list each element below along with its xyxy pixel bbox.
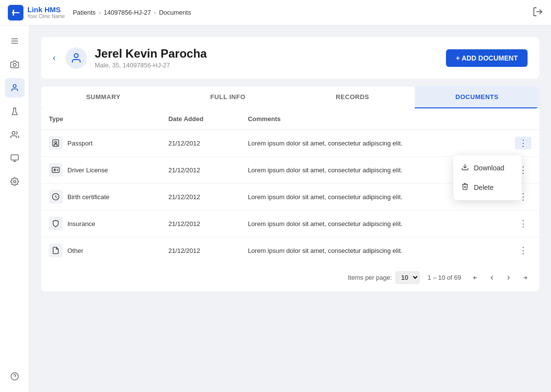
svg-rect-20 — [52, 167, 60, 173]
row-actions-cell: ⋮ — [507, 210, 539, 237]
row-date-cell: 21/12/2012 — [161, 184, 240, 210]
logo-sub: Your Clinic Name — [27, 14, 65, 19]
row-comment-cell: Lorem ipsum dolor sit amet, consectetur … — [240, 210, 507, 237]
row-date-cell: 21/12/2012 — [161, 210, 240, 237]
back-button[interactable]: ‹ — [53, 53, 56, 63]
delete-label: Delete — [474, 184, 493, 191]
row-more-button[interactable]: ⋮ — [515, 137, 531, 149]
last-page-button[interactable] — [519, 272, 531, 283]
table-row: Passport 21/12/2012 Lorem ipsum dolor si… — [41, 130, 539, 157]
context-menu-download[interactable]: Download — [453, 158, 522, 178]
row-date-cell: 21/12/2012 — [161, 130, 240, 157]
driver-license-icon — [49, 163, 63, 177]
topbar: Link HMS Your Clinic Name Patients › 140… — [0, 0, 551, 25]
add-document-button[interactable]: + ADD DOCUMENT — [446, 49, 528, 67]
breadcrumb-patients[interactable]: Patients — [73, 9, 96, 16]
download-icon — [461, 163, 469, 173]
row-date-cell: 21/12/2012 — [161, 157, 240, 184]
sidebar-item-settings[interactable] — [5, 172, 24, 191]
doc-type-label: Birth certificate — [67, 193, 109, 201]
logo-icon — [8, 5, 23, 21]
passport-icon — [49, 136, 63, 150]
table-row: Other 21/12/2012 Lorem ipsum dolor sit a… — [41, 237, 539, 264]
sidebar-item-camera[interactable] — [5, 55, 24, 74]
table-row: Insurance 21/12/2012 Lorem ipsum dolor s… — [41, 210, 539, 237]
doc-type-label: Driver License — [67, 166, 108, 174]
svg-point-21 — [54, 169, 56, 170]
tab-records[interactable]: RECORDS — [290, 86, 415, 108]
patient-sub: Male, 35, 14097856-HJ-27 — [95, 62, 438, 69]
svg-point-19 — [55, 142, 57, 144]
sidebar-item-help[interactable] — [5, 367, 24, 386]
items-per-page-label: Items per page: — [348, 274, 392, 281]
col-date: Date Added — [161, 108, 240, 130]
birth-certificate-icon — [49, 190, 63, 204]
row-more-button[interactable]: ⋮ — [515, 244, 531, 257]
sidebar — [0, 25, 29, 392]
logo[interactable]: Link HMS Your Clinic Name — [8, 5, 65, 21]
add-doc-label: + ADD DOCUMENT — [456, 54, 518, 62]
row-type-cell: Birth certificate — [41, 184, 161, 210]
exit-icon[interactable] — [532, 6, 543, 19]
patient-card: ‹ Jerel Kevin Parocha Male, 35, 14097856… — [41, 37, 539, 79]
other-doc-icon — [49, 244, 63, 257]
download-label: Download — [474, 164, 504, 172]
breadcrumb-sep2: › — [154, 9, 156, 16]
svg-point-7 — [13, 84, 16, 87]
svg-point-6 — [13, 63, 16, 66]
next-page-button[interactable] — [502, 272, 515, 283]
row-type-cell: Insurance — [41, 210, 161, 237]
svg-point-14 — [13, 181, 16, 183]
patient-info: Jerel Kevin Parocha Male, 35, 14097856-H… — [95, 47, 438, 69]
doc-type-label: Insurance — [67, 220, 95, 227]
breadcrumb-sep1: › — [99, 9, 101, 16]
tabs: SUMMARY FULL INFO RECORDS DOCUMENTS — [41, 86, 539, 108]
sidebar-item-patient[interactable] — [5, 78, 24, 98]
main-content: ‹ Jerel Kevin Parocha Male, 35, 14097856… — [29, 25, 551, 392]
sidebar-item-menu[interactable] — [5, 31, 24, 51]
first-page-button[interactable] — [469, 272, 482, 283]
doc-type-label: Other — [67, 247, 84, 254]
items-per-page-select[interactable]: 10 25 50 — [396, 271, 420, 284]
row-type-cell: Passport — [41, 130, 161, 157]
row-actions-cell: ⋮ — [507, 237, 539, 264]
svg-point-10 — [12, 131, 15, 134]
tab-fullinfo[interactable]: FULL INFO — [166, 86, 290, 108]
breadcrumb-documents: Documents — [159, 9, 191, 16]
breadcrumb-patient-id[interactable]: 14097856-HJ-27 — [104, 9, 151, 16]
sidebar-item-lab[interactable] — [5, 102, 24, 121]
doc-type-label: Passport — [67, 140, 92, 147]
sidebar-item-groups[interactable] — [5, 125, 24, 144]
col-comments: Comments — [240, 108, 507, 130]
svg-point-17 — [74, 54, 78, 58]
patient-avatar — [65, 47, 87, 69]
logo-text: Link HMS — [27, 6, 65, 14]
context-menu: Download Delete — [453, 155, 522, 200]
row-more-button[interactable]: ⋮ — [515, 217, 531, 230]
patient-name: Jerel Kevin Parocha — [95, 47, 438, 61]
insurance-icon — [49, 217, 63, 230]
row-comment-cell: Lorem ipsum dolor sit amet, consectetur … — [240, 130, 507, 157]
row-type-cell: Driver License — [41, 157, 161, 184]
row-date-cell: 21/12/2012 — [161, 237, 240, 264]
row-actions-cell: ⋮ — [507, 130, 539, 157]
sidebar-item-monitor[interactable] — [5, 148, 24, 168]
row-comment-cell: Lorem ipsum dolor sit amet, consectetur … — [240, 237, 507, 264]
breadcrumb: Patients › 14097856-HJ-27 › Documents — [73, 9, 191, 16]
row-type-cell: Other — [41, 237, 161, 264]
tab-documents[interactable]: DOCUMENTS — [415, 86, 539, 108]
svg-rect-1 — [13, 10, 14, 16]
table-header-row: Type Date Added Comments — [41, 108, 539, 130]
delete-icon — [461, 183, 469, 192]
context-menu-delete[interactable]: Delete — [453, 178, 522, 197]
col-type: Type — [41, 108, 161, 130]
col-actions — [507, 108, 539, 130]
tab-summary[interactable]: SUMMARY — [41, 86, 166, 108]
page-range: 1 – 10 of 69 — [427, 274, 461, 281]
pagination: Items per page: 10 25 50 1 – 10 of 69 — [41, 264, 539, 284]
svg-rect-11 — [11, 155, 18, 160]
prev-page-button[interactable] — [486, 272, 498, 283]
